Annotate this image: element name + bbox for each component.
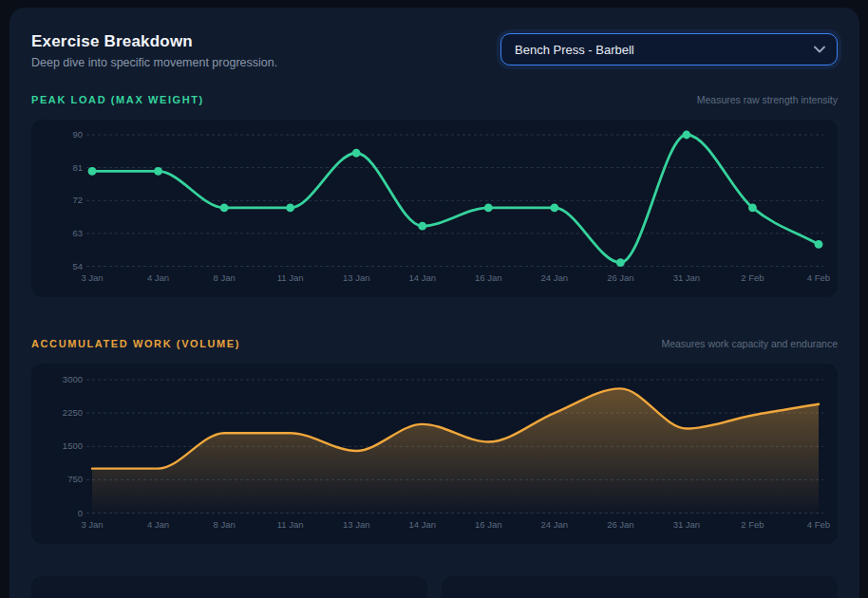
svg-text:72: 72: [72, 195, 83, 205]
svg-text:16 Jan: 16 Jan: [475, 272, 502, 283]
header: Exercise Breakdown Deep dive into specif…: [31, 32, 838, 69]
volume-caption: Measures work capacity and endurance: [661, 338, 838, 349]
peak-load-caption: Measures raw strength intensity: [697, 94, 838, 105]
volume-area-chart[interactable]: 07501500225030003 Jan4 Jan8 Jan11 Jan13 …: [31, 364, 838, 544]
svg-text:4 Feb: 4 Feb: [807, 272, 830, 283]
header-text: Exercise Breakdown Deep dive into specif…: [31, 32, 277, 69]
peak-load-section: PEAK LOAD (MAX WEIGHT) Measures raw stre…: [31, 94, 838, 297]
svg-text:26 Jan: 26 Jan: [607, 519, 634, 530]
bottom-panel-left: [31, 576, 427, 598]
volume-chart-panel: 07501500225030003 Jan4 Jan8 Jan11 Jan13 …: [31, 364, 838, 544]
page-title: Exercise Breakdown: [31, 32, 277, 51]
exercise-select[interactable]: Bench Press - Barbell: [500, 33, 838, 65]
volume-title: ACCUMULATED WORK (VOLUME): [31, 338, 240, 349]
bottom-panels-row: [31, 576, 838, 598]
svg-text:13 Jan: 13 Jan: [343, 272, 370, 283]
page-subtitle: Deep dive into specific movement progres…: [31, 56, 277, 69]
volume-section-header: ACCUMULATED WORK (VOLUME) Measures work …: [31, 338, 838, 349]
svg-text:24 Jan: 24 Jan: [541, 272, 569, 283]
svg-text:8 Jan: 8 Jan: [213, 272, 235, 283]
svg-text:90: 90: [72, 129, 83, 140]
svg-text:14 Jan: 14 Jan: [408, 519, 436, 530]
exercise-breakdown-card: Exercise Breakdown Deep dive into specif…: [9, 8, 859, 598]
svg-text:750: 750: [67, 474, 83, 484]
svg-text:4 Feb: 4 Feb: [807, 519, 830, 530]
svg-text:4 Jan: 4 Jan: [147, 519, 169, 530]
svg-text:24 Jan: 24 Jan: [541, 519, 569, 530]
svg-text:54: 54: [72, 261, 83, 271]
peak-load-title: PEAK LOAD (MAX WEIGHT): [31, 94, 204, 105]
svg-text:11 Jan: 11 Jan: [277, 272, 304, 283]
svg-text:16 Jan: 16 Jan: [475, 519, 502, 530]
svg-text:1500: 1500: [63, 440, 83, 451]
svg-text:0: 0: [78, 508, 83, 518]
svg-text:26 Jan: 26 Jan: [607, 272, 634, 283]
svg-text:2250: 2250: [63, 407, 83, 418]
svg-text:13 Jan: 13 Jan: [343, 519, 370, 530]
svg-text:63: 63: [72, 228, 83, 238]
svg-text:31 Jan: 31 Jan: [673, 519, 701, 530]
svg-text:3 Jan: 3 Jan: [81, 519, 103, 530]
peak-load-chart-panel: 54637281903 Jan4 Jan8 Jan11 Jan13 Jan14 …: [31, 120, 838, 297]
chevron-down-icon: [814, 46, 825, 53]
peak-load-line-chart[interactable]: 54637281903 Jan4 Jan8 Jan11 Jan13 Jan14 …: [31, 120, 838, 297]
svg-text:2 Feb: 2 Feb: [741, 272, 764, 283]
svg-text:14 Jan: 14 Jan: [408, 272, 436, 283]
peak-load-section-header: PEAK LOAD (MAX WEIGHT) Measures raw stre…: [31, 94, 838, 105]
svg-text:2 Feb: 2 Feb: [741, 519, 764, 530]
svg-text:11 Jan: 11 Jan: [277, 519, 304, 530]
svg-text:8 Jan: 8 Jan: [213, 519, 235, 530]
exercise-select-value: Bench Press - Barbell: [515, 43, 634, 57]
bottom-panel-right: [442, 576, 838, 598]
svg-text:81: 81: [72, 162, 83, 173]
svg-text:31 Jan: 31 Jan: [673, 272, 701, 283]
svg-text:3 Jan: 3 Jan: [81, 272, 103, 283]
svg-text:3000: 3000: [63, 374, 83, 384]
svg-text:4 Jan: 4 Jan: [147, 272, 169, 283]
volume-section: ACCUMULATED WORK (VOLUME) Measures work …: [31, 338, 838, 544]
